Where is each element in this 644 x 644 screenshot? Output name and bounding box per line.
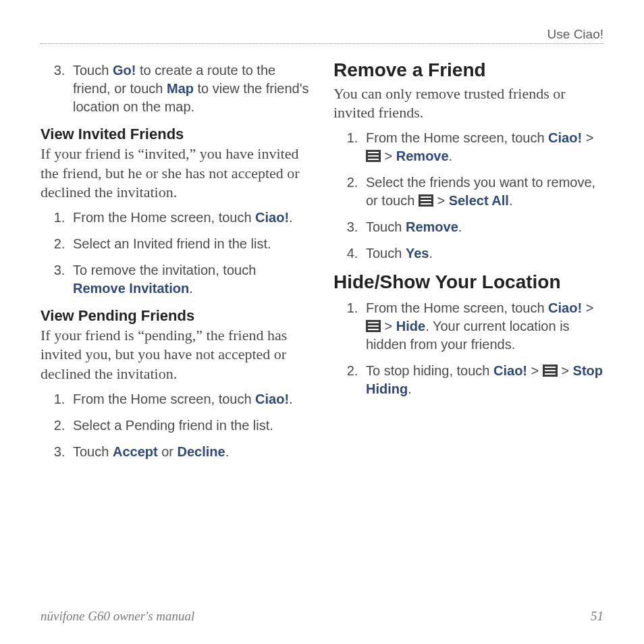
- keyword-map: Map: [167, 81, 194, 96]
- step-text: .: [408, 381, 412, 396]
- svg-rect-13: [545, 367, 556, 368]
- heading-view-pending: View Pending Friends: [41, 307, 311, 325]
- left-column: Touch Go! to create a route to the frien…: [41, 56, 311, 596]
- step-text: To stop hiding, touch: [366, 363, 493, 378]
- page-footer: nüvifone G60 owner's manual 51: [41, 609, 603, 624]
- step-text: Touch: [73, 444, 113, 459]
- list-item: Select a Pending friend in the list.: [69, 417, 311, 435]
- step-text: Touch: [73, 63, 113, 78]
- header-divider: [41, 43, 603, 44]
- svg-rect-14: [545, 370, 556, 371]
- step-text: >: [433, 193, 449, 208]
- menu-icon: [366, 150, 381, 162]
- keyword-remove: Remove: [396, 149, 449, 163]
- list-item: To remove the invitation, touch Remove I…: [69, 261, 311, 298]
- right-column: Remove a Friend You can only remove trus…: [333, 56, 603, 596]
- step-text: >: [527, 363, 543, 378]
- heading-hide-show-location: Hide/Show Your Location: [333, 271, 603, 294]
- keyword-hide: Hide: [396, 319, 425, 333]
- list-item: Touch Accept or Decline.: [69, 443, 311, 461]
- list-item: From the Home screen, touch Ciao!.: [69, 209, 311, 227]
- svg-rect-11: [368, 329, 379, 330]
- menu-icon: [366, 320, 381, 332]
- keyword-accept: Accept: [113, 444, 158, 459]
- list-item: From the Home screen, touch Ciao!.: [69, 390, 311, 408]
- svg-rect-9: [368, 322, 379, 323]
- svg-rect-15: [545, 373, 556, 375]
- step-text: .: [289, 392, 293, 406]
- step-text: >: [381, 319, 396, 333]
- step-text: To remove the invitation, touch: [73, 263, 256, 277]
- body-text: You can only remove trusted friends or i…: [333, 84, 603, 122]
- remove-steps: From the Home screen, touch Ciao! > > Re…: [333, 129, 603, 263]
- step-text: >: [558, 363, 573, 378]
- keyword-ciao: Ciao!: [255, 392, 289, 406]
- pending-steps: From the Home screen, touch Ciao!. Selec…: [41, 390, 311, 461]
- content-columns: Touch Go! to create a route to the frien…: [41, 56, 603, 596]
- keyword-remove-invitation: Remove Invitation: [73, 281, 189, 296]
- footer-page-number: 51: [591, 609, 603, 624]
- keyword-decline: Decline: [178, 444, 225, 459]
- svg-rect-6: [421, 200, 431, 201]
- keyword-ciao: Ciao!: [493, 363, 527, 378]
- step-text: .: [458, 219, 462, 234]
- keyword-yes: Yes: [406, 246, 429, 261]
- heading-view-invited: View Invited Friends: [41, 126, 311, 143]
- heading-remove-friend: Remove a Friend: [333, 59, 603, 82]
- step-text: Touch: [366, 219, 406, 234]
- keyword-remove: Remove: [406, 219, 458, 234]
- step-text: .: [189, 281, 193, 296]
- hide-steps: From the Home screen, touch Ciao! > > Hi…: [333, 299, 603, 398]
- list-item: To stop hiding, touch Ciao! > > Stop Hid…: [362, 362, 603, 398]
- route-step-3-list: Touch Go! to create a route to the frien…: [41, 61, 311, 116]
- step-text: From the Home screen, touch: [73, 392, 255, 406]
- step-text: >: [582, 300, 593, 315]
- list-item: Select the friends you want to remove, o…: [362, 173, 603, 210]
- step-text: or: [158, 444, 178, 459]
- svg-rect-3: [368, 159, 379, 160]
- list-item: From the Home screen, touch Ciao! > > Re…: [362, 129, 603, 165]
- step-text: .: [509, 193, 513, 208]
- step-text: >: [381, 149, 396, 163]
- step-text: From the Home screen, touch: [73, 210, 255, 225]
- keyword-go: Go!: [113, 63, 136, 78]
- manual-page: Use Ciao! Touch Go! to create a route to…: [0, 0, 644, 644]
- svg-rect-10: [368, 325, 379, 327]
- step-text: From the Home screen, touch: [366, 130, 548, 145]
- list-item: Touch Yes.: [362, 244, 603, 263]
- footer-book-title: nüvifone G60 owner's manual: [41, 609, 194, 624]
- list-item: Touch Remove.: [362, 218, 603, 236]
- body-text: If your friend is “invited,” you have in…: [41, 144, 311, 201]
- body-text: If your friend is “pending,” the friend …: [41, 326, 311, 383]
- svg-rect-1: [368, 152, 379, 153]
- step-text: .: [225, 444, 230, 459]
- menu-icon: [543, 365, 558, 377]
- keyword-select-all: Select All: [449, 193, 509, 208]
- list-item: Select an Invited friend in the list.: [69, 235, 311, 253]
- step-text: .: [449, 149, 453, 163]
- svg-rect-7: [421, 203, 431, 205]
- step-text: .: [429, 246, 433, 261]
- list-item: Touch Go! to create a route to the frien…: [69, 61, 311, 116]
- svg-rect-5: [421, 196, 431, 198]
- keyword-ciao: Ciao!: [255, 210, 289, 225]
- header-section-label: Use Ciao!: [41, 27, 603, 42]
- keyword-ciao: Ciao!: [548, 300, 582, 315]
- step-text: .: [289, 210, 293, 225]
- step-text: From the Home screen, touch: [366, 300, 548, 315]
- list-item: From the Home screen, touch Ciao! > > Hi…: [362, 299, 603, 354]
- step-text: Touch: [366, 246, 406, 261]
- keyword-ciao: Ciao!: [548, 130, 582, 145]
- invited-steps: From the Home screen, touch Ciao!. Selec…: [41, 209, 311, 298]
- svg-rect-2: [368, 155, 379, 157]
- menu-icon: [419, 194, 433, 207]
- step-text: >: [582, 130, 593, 145]
